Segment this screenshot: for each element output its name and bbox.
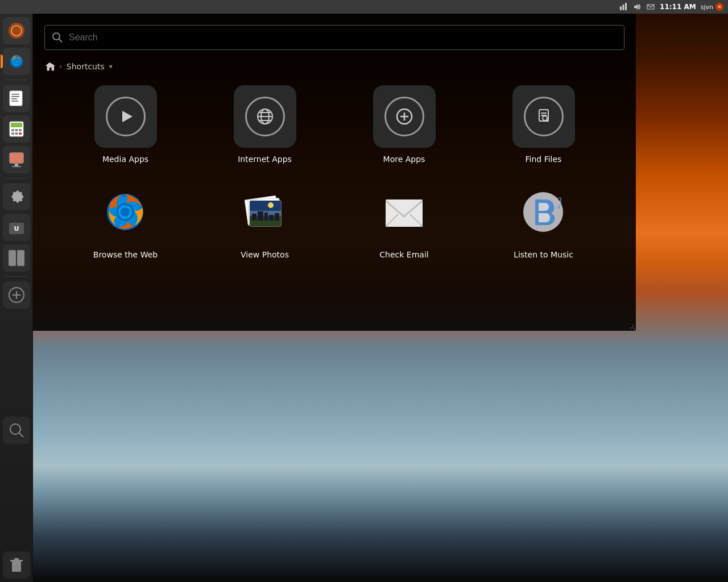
- breadcrumb-dropdown-icon[interactable]: ▾: [109, 63, 113, 70]
- app-icon-media-apps: [94, 85, 157, 148]
- app-item-browse-web[interactable]: Browse the Web: [61, 181, 189, 259]
- svg-rect-13: [11, 96, 19, 97]
- app-icon-browse-web: [94, 181, 157, 243]
- resize-corner[interactable]: [627, 322, 636, 331]
- svg-rect-82: [632, 325, 634, 326]
- search-input[interactable]: [69, 32, 617, 43]
- user-menu[interactable]: sjvn ✕: [701, 3, 723, 11]
- sidebar-item-trash[interactable]: [3, 551, 30, 579]
- globe-icon: [255, 106, 275, 127]
- svg-point-35: [10, 424, 20, 434]
- svg-rect-83: [634, 329, 635, 330]
- email-topbar-icon[interactable]: [646, 2, 655, 11]
- breadcrumb-label: Shortcuts: [67, 62, 105, 71]
- clock: 11:11 AM: [660, 3, 696, 11]
- svg-rect-25: [10, 153, 23, 163]
- app-label-internet-apps: Internet Apps: [238, 155, 292, 164]
- svg-marker-42: [122, 111, 133, 122]
- svg-rect-14: [11, 98, 17, 99]
- file-search-icon: [533, 106, 554, 127]
- svg-rect-15: [11, 101, 18, 102]
- sidebar-item-home[interactable]: [3, 17, 30, 44]
- sidebar-item-firefox[interactable]: [3, 48, 30, 75]
- app-label-check-email: Check Email: [379, 250, 428, 259]
- photos-app-icon: [239, 186, 291, 238]
- home-breadcrumb-icon: [44, 61, 55, 72]
- svg-rect-69: [252, 214, 257, 221]
- svg-rect-23: [19, 132, 22, 135]
- svg-rect-21: [11, 132, 14, 135]
- svg-line-36: [19, 433, 23, 437]
- topbar: 11:11 AM sjvn ✕: [0, 0, 728, 14]
- svg-rect-20: [19, 129, 22, 131]
- plus-search-icon: [394, 106, 415, 127]
- app-item-media-apps[interactable]: Media Apps: [61, 85, 189, 164]
- sidebar-item-settings[interactable]: [3, 183, 30, 210]
- sidebar: U: [0, 14, 33, 582]
- app-item-more-apps[interactable]: More Apps: [340, 85, 468, 164]
- svg-rect-12: [11, 94, 19, 95]
- sidebar-separator-3: [5, 276, 28, 277]
- svg-rect-1: [623, 5, 624, 10]
- network-icon[interactable]: [619, 2, 628, 11]
- breadcrumb: › Shortcuts ▾: [44, 61, 624, 72]
- svg-rect-72: [269, 215, 274, 221]
- app-icon-find-files: [512, 85, 575, 148]
- app-icon-listen-music: [512, 181, 575, 243]
- svg-point-5: [9, 23, 24, 39]
- app-label-browse-web: Browse the Web: [93, 250, 158, 259]
- sidebar-item-calc[interactable]: [3, 115, 30, 143]
- app-label-media-apps: Media Apps: [102, 155, 148, 164]
- email-app-icon: [380, 188, 428, 236]
- svg-marker-3: [634, 4, 638, 10]
- username-label: sjvn: [701, 3, 713, 11]
- app-icon-view-photos: [234, 181, 296, 243]
- svg-rect-75: [386, 199, 423, 227]
- sidebar-separator-2: [5, 178, 28, 178]
- volume-icon[interactable]: [632, 2, 642, 11]
- sidebar-item-files[interactable]: [3, 244, 30, 272]
- svg-rect-37: [12, 562, 21, 572]
- app-item-check-email[interactable]: Check Email: [340, 181, 468, 259]
- sidebar-item-lens[interactable]: [3, 417, 30, 444]
- svg-rect-65: [250, 201, 281, 212]
- svg-rect-2: [625, 3, 627, 10]
- svg-rect-0: [620, 6, 622, 10]
- svg-point-60: [121, 207, 130, 217]
- svg-rect-31: [17, 250, 24, 266]
- sidebar-separator-1: [5, 80, 28, 80]
- svg-text:U: U: [14, 225, 19, 232]
- svg-rect-39: [14, 558, 19, 560]
- svg-rect-73: [275, 213, 279, 221]
- svg-point-40: [53, 33, 60, 40]
- svg-rect-27: [12, 166, 21, 167]
- svg-rect-19: [15, 129, 18, 131]
- search-icon: [52, 32, 63, 43]
- svg-rect-38: [10, 560, 23, 562]
- app-item-listen-music[interactable]: Listen to Music: [479, 181, 607, 259]
- music-app-icon: [519, 188, 568, 236]
- app-item-find-files[interactable]: Find Files: [479, 85, 607, 164]
- svg-point-10: [15, 60, 18, 63]
- sidebar-item-ubuntu-one[interactable]: U: [3, 214, 30, 241]
- app-icon-more-apps: [373, 85, 436, 148]
- svg-rect-17: [11, 123, 22, 127]
- svg-rect-80: [632, 327, 634, 329]
- app-label-more-apps: More Apps: [383, 155, 425, 164]
- svg-rect-22: [15, 132, 18, 135]
- svg-rect-81: [630, 327, 631, 329]
- app-label-view-photos: View Photos: [241, 250, 289, 259]
- firefox-app-icon: [101, 188, 150, 236]
- svg-point-68: [268, 202, 274, 208]
- app-label-find-files: Find Files: [526, 155, 562, 164]
- sidebar-item-writer[interactable]: [3, 85, 30, 112]
- sidebar-item-add-workspace[interactable]: [3, 281, 30, 309]
- app-grid: Media Apps Internet Apps: [44, 85, 624, 259]
- app-item-internet-apps[interactable]: Internet Apps: [201, 85, 329, 164]
- app-item-view-photos[interactable]: View Photos: [201, 181, 329, 259]
- app-icon-check-email: [373, 181, 436, 243]
- svg-rect-71: [264, 213, 268, 221]
- sidebar-item-impress[interactable]: [3, 146, 30, 173]
- user-close-icon: ✕: [715, 3, 723, 11]
- app-icon-internet-apps: [234, 85, 296, 148]
